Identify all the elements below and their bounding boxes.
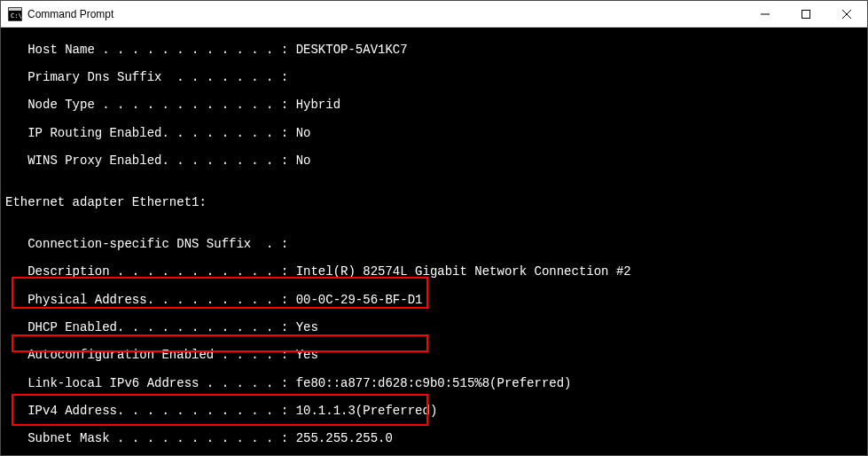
output-line: IPv4 Address. . . . . . . . . . . : 10.1…	[1, 405, 867, 419]
output-line: Connection-specific DNS Suffix . :	[1, 238, 867, 252]
window-title: Command Prompt	[27, 8, 745, 20]
close-button[interactable]	[826, 1, 867, 27]
minimize-button[interactable]	[745, 1, 786, 27]
output-line: IP Routing Enabled. . . . . . . . : No	[1, 127, 867, 141]
output-line: Link-local IPv6 Address . . . . . : fe80…	[1, 377, 867, 391]
window-controls	[745, 1, 867, 27]
output-line: Ethernet adapter Ethernet1:	[1, 196, 867, 210]
output-line: WINS Proxy Enabled. . . . . . . . : No	[1, 154, 867, 169]
command-prompt-window: C:\ Command Prompt Host Name . . . . . .…	[0, 0, 868, 456]
output-line: Description . . . . . . . . . . . : Inte…	[1, 265, 867, 279]
output-line: Physical Address. . . . . . . . . : 00-0…	[1, 294, 867, 308]
maximize-button[interactable]	[786, 1, 826, 27]
output-line: Subnet Mask . . . . . . . . . . . : 255.…	[1, 432, 867, 446]
output-line: Primary Dns Suffix . . . . . . . :	[1, 71, 867, 85]
output-line: Host Name . . . . . . . . . . . . : DESK…	[1, 43, 867, 58]
output-line: Autoconfiguration Enabled . . . . : Yes	[1, 349, 867, 363]
cmd-icon: C:\	[8, 7, 22, 21]
output-line: DHCP Enabled. . . . . . . . . . . : Yes	[1, 321, 867, 335]
output-line: Node Type . . . . . . . . . . . . : Hybr…	[1, 98, 867, 113]
svg-rect-4	[802, 10, 810, 18]
titlebar: C:\ Command Prompt	[1, 1, 867, 28]
svg-text:C:\: C:\	[11, 12, 22, 20]
terminal-output[interactable]: Host Name . . . . . . . . . . . . : DESK…	[1, 28, 867, 455]
svg-rect-1	[9, 8, 21, 11]
